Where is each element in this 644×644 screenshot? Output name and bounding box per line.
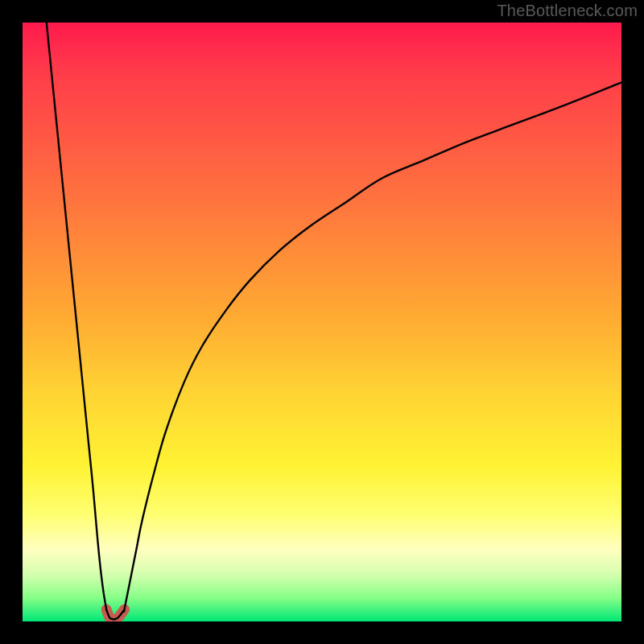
plot-area — [23, 23, 621, 621]
curve-layer — [23, 23, 621, 621]
bottleneck-curve — [47, 23, 621, 619]
watermark-text: TheBottleneck.com — [497, 2, 638, 20]
chart-frame: TheBottleneck.com — [0, 0, 644, 644]
